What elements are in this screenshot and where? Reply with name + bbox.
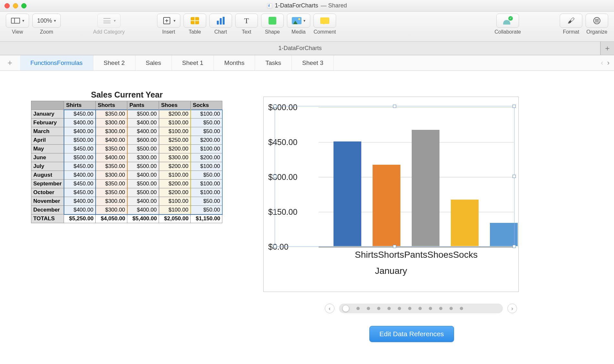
table-cell[interactable]: $350.00: [96, 162, 127, 171]
table-cell[interactable]: $500.00: [127, 145, 159, 153]
stepper-knob[interactable]: [342, 305, 349, 312]
table-cell[interactable]: $100.00: [191, 145, 222, 153]
table-cell[interactable]: $450.00: [64, 145, 96, 153]
stepper-track[interactable]: [339, 304, 503, 313]
stepper-dot[interactable]: [398, 307, 401, 310]
edit-data-references-button[interactable]: Edit Data References: [369, 326, 454, 342]
stepper-dot[interactable]: [367, 307, 370, 310]
table-cell[interactable]: $400.00: [127, 206, 159, 214]
table-cell[interactable]: $500.00: [64, 153, 96, 162]
table-cell[interactable]: $200.00: [159, 180, 191, 188]
table-cell[interactable]: $50.00: [191, 171, 222, 180]
resize-handle-mr[interactable]: [513, 175, 516, 178]
column-header[interactable]: Shirts: [64, 101, 96, 110]
table-corner-cell[interactable]: [31, 101, 64, 110]
table-row[interactable]: April$500.00$400.00$600.00$250.00$200.00: [31, 136, 222, 145]
row-header[interactable]: November: [31, 197, 64, 206]
table-cell[interactable]: $400.00: [127, 171, 159, 180]
minimize-window-button[interactable]: [13, 3, 18, 8]
table-cell[interactable]: $400.00: [96, 136, 127, 145]
table-cell[interactable]: $400.00: [96, 153, 127, 162]
organize-button[interactable]: [586, 14, 608, 28]
table-cell[interactable]: $450.00: [64, 180, 96, 188]
table-cell[interactable]: $500.00: [127, 110, 159, 119]
column-header[interactable]: Pants: [127, 101, 159, 110]
table-cell[interactable]: $300.00: [96, 127, 127, 136]
view-button[interactable]: ▾: [6, 14, 29, 28]
table-cell[interactable]: $50.00: [191, 206, 222, 214]
table-cell[interactable]: $100.00: [191, 110, 222, 119]
totals-cell[interactable]: $2,050.00: [159, 214, 191, 223]
table-cell[interactable]: $400.00: [64, 127, 96, 136]
sheet-tab[interactable]: Tasks: [255, 55, 292, 70]
table-row[interactable]: March$400.00$300.00$400.00$100.00$50.00: [31, 127, 222, 136]
table-button[interactable]: [184, 14, 206, 28]
table-cell[interactable]: $300.00: [159, 153, 191, 162]
totals-label[interactable]: TOTALS: [31, 214, 64, 223]
totals-cell[interactable]: $5,250.00: [64, 214, 96, 223]
row-header[interactable]: May: [31, 145, 64, 153]
row-header[interactable]: December: [31, 206, 64, 214]
table-cell[interactable]: $350.00: [96, 145, 127, 153]
stepper-dot[interactable]: [439, 307, 442, 310]
table-cell[interactable]: $50.00: [191, 119, 222, 127]
sheet-nav-prev[interactable]: ‹: [601, 59, 603, 67]
sheet-tab[interactable]: Sheet 2: [93, 55, 136, 70]
table-row[interactable]: May$450.00$350.00$500.00$200.00$100.00: [31, 145, 222, 153]
table-cell[interactable]: $400.00: [127, 197, 159, 206]
close-window-button[interactable]: [5, 3, 10, 8]
resize-handle-tr[interactable]: [513, 105, 516, 108]
table-cell[interactable]: $50.00: [191, 197, 222, 206]
sales-table-object[interactable]: Sales Current Year ShirtsShortsPantsShoe…: [31, 90, 223, 223]
row-header[interactable]: January: [31, 110, 64, 119]
resize-handle-bm[interactable]: [393, 245, 396, 248]
table-cell[interactable]: $200.00: [159, 162, 191, 171]
table-cell[interactable]: $100.00: [159, 127, 191, 136]
table-cell[interactable]: $500.00: [127, 162, 159, 171]
table-cell[interactable]: $500.00: [127, 188, 159, 197]
column-header[interactable]: Socks: [191, 101, 222, 110]
text-button[interactable]: T: [235, 14, 258, 28]
row-header[interactable]: June: [31, 153, 64, 162]
table-cell[interactable]: $300.00: [96, 119, 127, 127]
table-cell[interactable]: $400.00: [127, 127, 159, 136]
table-cell[interactable]: $100.00: [191, 180, 222, 188]
stepper-dot[interactable]: [450, 307, 453, 310]
shape-button[interactable]: [261, 14, 284, 28]
sheet-tab[interactable]: Sheet 1: [172, 55, 214, 70]
sales-table[interactable]: ShirtsShortsPantsShoesSocks January$450.…: [31, 101, 223, 223]
table-cell[interactable]: $100.00: [159, 197, 191, 206]
stepper-dot[interactable]: [408, 307, 411, 310]
format-button[interactable]: 🖌: [560, 14, 582, 28]
table-cell[interactable]: $400.00: [64, 197, 96, 206]
stepper-dot[interactable]: [460, 307, 463, 310]
totals-cell[interactable]: $4,050.00: [96, 214, 127, 223]
table-cell[interactable]: $400.00: [64, 171, 96, 180]
sheet-tab[interactable]: Months: [214, 55, 255, 70]
row-header[interactable]: February: [31, 119, 64, 127]
table-row[interactable]: December$400.00$300.00$400.00$100.00$50.…: [31, 206, 222, 214]
table-row[interactable]: November$400.00$300.00$400.00$100.00$50.…: [31, 197, 222, 206]
table-cell[interactable]: $300.00: [127, 153, 159, 162]
spreadsheet-canvas[interactable]: Sales Current Year ShirtsShortsPantsShoe…: [0, 71, 614, 364]
table-cell[interactable]: $100.00: [159, 206, 191, 214]
table-row[interactable]: February$400.00$300.00$400.00$100.00$50.…: [31, 119, 222, 127]
totals-cell[interactable]: $1,150.00: [191, 214, 222, 223]
table-cell[interactable]: $200.00: [191, 153, 222, 162]
table-cell[interactable]: $350.00: [96, 180, 127, 188]
add-category-button[interactable]: ▾: [97, 14, 121, 28]
table-row[interactable]: July$450.00$350.00$500.00$200.00$100.00: [31, 162, 222, 171]
stepper-dot[interactable]: [356, 307, 360, 310]
table-cell[interactable]: $300.00: [96, 197, 127, 206]
collaborate-button[interactable]: [496, 14, 519, 28]
sheet-nav-next[interactable]: ›: [607, 59, 609, 67]
table-cell[interactable]: $200.00: [159, 188, 191, 197]
table-cell[interactable]: $100.00: [191, 188, 222, 197]
stepper-next-button[interactable]: ›: [507, 304, 517, 313]
table-row[interactable]: January$450.00$350.00$500.00$200.00$100.…: [31, 110, 222, 119]
resize-handle-bl[interactable]: [273, 245, 277, 248]
stepper-dot[interactable]: [387, 307, 391, 310]
column-header[interactable]: Shorts: [96, 101, 127, 110]
fullscreen-window-button[interactable]: [21, 3, 26, 8]
resize-handle-tl[interactable]: [273, 105, 277, 108]
